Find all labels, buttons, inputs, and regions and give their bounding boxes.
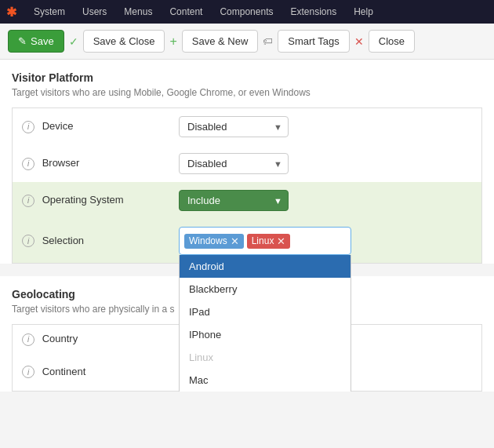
continent-info-icon[interactable]: i	[22, 366, 35, 378]
os-select[interactable]: Include Disabled Exclude	[179, 190, 289, 211]
visitor-platform-table: i Device Disabled Include Exclude ▼ i Br…	[12, 107, 482, 264]
visitor-platform-title: Visitor Platform	[12, 71, 482, 84]
tag-dropdown-container: Windows ✕ Linux ✕ Android Blackberry IPa…	[179, 227, 472, 255]
smart-tags-button[interactable]: Smart Tags	[278, 30, 350, 53]
save-new-label: Save & New	[192, 35, 249, 47]
os-control-cell: Include Disabled Exclude ▼	[169, 182, 481, 219]
save-new-button[interactable]: Save & New	[182, 30, 259, 53]
device-select-wrap: Disabled Include Exclude ▼	[179, 116, 289, 137]
visitor-platform-desc: Target visitors who are using Mobile, Go…	[12, 87, 482, 98]
selection-row: i Selection Windows ✕ Linux ✕	[13, 219, 481, 263]
check-icon: ✓	[69, 35, 78, 48]
visitor-platform-section: Visitor Platform Target visitors who are…	[0, 60, 494, 264]
browser-select-wrap: Disabled Include Exclude ▼	[179, 153, 289, 174]
close-label: Close	[379, 35, 405, 47]
browser-label-cell: i Browser	[13, 145, 169, 182]
tag-input-box[interactable]: Windows ✕ Linux ✕	[179, 227, 351, 255]
save-close-button[interactable]: Save & Close	[83, 30, 165, 53]
brand-icon: ✱	[6, 5, 16, 20]
smart-tags-label: Smart Tags	[288, 35, 340, 47]
nav-menus[interactable]: Menus	[116, 3, 160, 20]
browser-label: Browser	[42, 157, 80, 169]
save-close-label: Save & Close	[93, 35, 155, 47]
tag-linux: Linux ✕	[247, 234, 291, 249]
nav-extensions[interactable]: Extensions	[282, 3, 344, 20]
save-label: Save	[31, 35, 54, 47]
tag-windows: Windows ✕	[184, 234, 244, 249]
toolbar: ✎ Save ✓ Save & Close + Save & New 🏷 Sma…	[0, 24, 494, 60]
nav-system[interactable]: System	[26, 3, 73, 20]
browser-info-icon[interactable]: i	[22, 158, 35, 170]
navbar: ✱ System Users Menus Content Components …	[0, 0, 494, 24]
close-red-icon: ✕	[354, 35, 364, 48]
country-label: Country	[42, 333, 78, 344]
device-label-cell: i Device	[13, 108, 169, 145]
os-select-wrap: Include Disabled Exclude ▼	[179, 190, 289, 211]
selection-control-cell: Windows ✕ Linux ✕ Android Blackberry IPa…	[169, 219, 481, 263]
country-info-icon[interactable]: i	[22, 333, 35, 346]
tag-icon: 🏷	[263, 35, 273, 47]
os-label-cell: i Operating System	[13, 182, 169, 219]
save-button[interactable]: ✎ Save	[8, 30, 64, 53]
os-row: i Operating System Include Disabled Excl…	[13, 182, 481, 219]
country-label-cell: i Country	[13, 325, 169, 354]
browser-row: i Browser Disabled Include Exclude ▼	[13, 145, 481, 182]
nav-users[interactable]: Users	[74, 3, 114, 20]
os-info-icon[interactable]: i	[22, 195, 35, 207]
save-icon: ✎	[18, 35, 27, 47]
nav-content[interactable]: Content	[162, 3, 210, 20]
continent-label: Continent	[42, 366, 86, 377]
dropdown-mac[interactable]: Mac	[180, 369, 351, 392]
device-info-icon[interactable]: i	[22, 121, 35, 133]
close-button[interactable]: Close	[369, 30, 415, 53]
selection-label-cell: i Selection	[13, 219, 169, 263]
tag-windows-remove[interactable]: ✕	[231, 235, 239, 247]
tag-linux-remove[interactable]: ✕	[277, 235, 285, 247]
device-select[interactable]: Disabled Include Exclude	[179, 116, 289, 137]
selection-info-icon[interactable]: i	[22, 235, 35, 247]
browser-control-cell: Disabled Include Exclude ▼	[169, 145, 481, 182]
device-control-cell: Disabled Include Exclude ▼	[169, 108, 481, 145]
dropdown-linux: Linux	[180, 346, 351, 369]
device-label: Device	[42, 120, 74, 132]
nav-components[interactable]: Components	[212, 3, 281, 20]
os-dropdown-list: Android Blackberry IPad IPhone Linux Mac…	[179, 255, 351, 392]
dropdown-iphone[interactable]: IPhone	[180, 323, 351, 346]
plus-icon: +	[169, 35, 176, 49]
nav-help[interactable]: Help	[346, 3, 381, 20]
dropdown-android[interactable]: Android	[180, 255, 351, 278]
dropdown-ipad[interactable]: IPad	[180, 300, 351, 323]
os-label: Operating System	[42, 194, 124, 206]
browser-select[interactable]: Disabled Include Exclude	[179, 153, 289, 174]
tag-windows-label: Windows	[189, 235, 227, 246]
device-row: i Device Disabled Include Exclude ▼	[13, 108, 481, 145]
dropdown-blackberry[interactable]: Blackberry	[180, 278, 351, 300]
continent-label-cell: i Continent	[13, 354, 169, 391]
selection-label: Selection	[42, 235, 84, 246]
tag-linux-label: Linux	[252, 235, 274, 246]
